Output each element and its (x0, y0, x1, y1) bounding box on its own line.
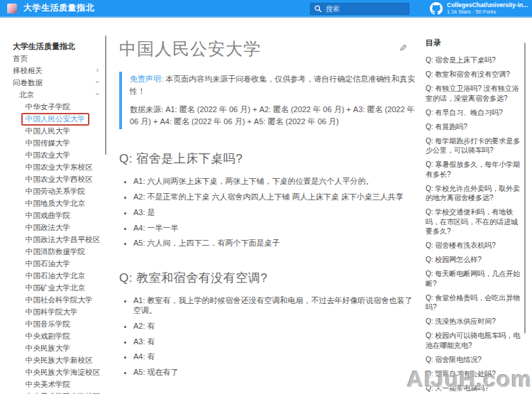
sidebar-item[interactable]: 中国戏曲学院 (0, 209, 105, 221)
sidebar-item-label: 问卷数据 (13, 78, 43, 88)
sidebar-item[interactable]: 问卷数据› (0, 77, 105, 89)
app-window: 大学生活质量指北 CollegesChat/university-in... 1… (0, 0, 532, 394)
sidebar-item[interactable]: 中国石油大学北京 (0, 270, 105, 282)
sidebar-item-label: 首页 (13, 54, 28, 64)
sidebar-item-label: 中央美术学院 (26, 380, 70, 390)
toc-item[interactable]: Q: 宿舍是上床下桌吗? (426, 55, 522, 65)
toc-item[interactable]: Q: 校园内可以骑电瓶车吗，电池在哪能充电? (426, 331, 522, 350)
disclaimer-label: 免责声明: (130, 75, 163, 83)
sidebar-item[interactable]: 首页 (0, 53, 105, 65)
sidebar-item-label: 中央戏剧学院 (26, 332, 70, 341)
qa-question-heading: Q: 宿舍是上床下桌吗? (119, 151, 420, 167)
sidebar-item[interactable]: 中央民族大学海淀校区 (0, 366, 105, 378)
search-input[interactable] (326, 5, 404, 13)
qa-section: Q: 宿舍是上床下桌吗?A1: 六人间两张上床下桌，两张上下铺，下桌的位置是六个… (119, 151, 420, 248)
left-sidebar: 大学生活质量指北 首页择校相关›问卷数据›北京›中华女子学院中国人民公安大学中国… (0, 19, 105, 394)
toc-item[interactable]: Q: 校园网怎么样? (426, 255, 522, 265)
qa-answer: A1: 教室有，我上学的时候宿舍还没有空调和电扇，不过去年好像听说宿舍也装了空调… (133, 295, 420, 316)
sidebar-item[interactable]: 中国人民大学 (0, 125, 105, 137)
sidebar-item[interactable]: 中国石油大学 (0, 258, 105, 270)
toc-item[interactable]: Q: 学校允许点外卖吗，取外卖的地方离宿舍楼多远? (426, 184, 522, 203)
page-scrollbar[interactable] (524, 43, 526, 334)
toc-item[interactable]: Q: 洗澡热水供应时间? (426, 317, 522, 327)
sidebar-item[interactable]: 中央民族大学 (0, 342, 105, 354)
toc-item[interactable]: Q: 每天断电断网吗，几点开始断? (426, 269, 522, 288)
sidebar-item[interactable]: 中国农业大学东校区 (0, 161, 105, 173)
sidebar-item[interactable]: 中国农业大学 (0, 149, 105, 161)
sidebar-item-label: 中华女子学院 (26, 102, 70, 112)
sidebar-item[interactable]: 中国劳动关系学院 (0, 185, 105, 197)
toc-item[interactable]: Q: 食堂价格贵吗，会吃出异物吗? (426, 293, 522, 312)
github-repo-name: CollegesChat/university-in... (447, 1, 528, 9)
sidebar-item-label: 中国消防救援学院 (26, 247, 85, 257)
sidebar-item-label: 中国传媒大学 (26, 138, 70, 148)
toc-sidebar: 目录 Q: 宿舍是上床下桌吗?Q: 教室和宿舍有没有空调?Q: 有独立卫浴吗? … (426, 19, 522, 394)
sidebar-item[interactable]: 中央美术学院上海校区 (0, 390, 105, 394)
sidebar-item[interactable]: 北京› (0, 89, 105, 101)
sidebar-item[interactable]: 中央民族大学新校区 (0, 354, 105, 366)
sidebar-item-label: 择校相关 (13, 66, 43, 76)
datasource-label: 数据来源: (130, 105, 163, 114)
qa-answer: A2: 有 (133, 321, 420, 331)
sidebar-item-label: 中央民族大学海淀校区 (26, 368, 100, 378)
qa-answer: A5: 六人间，上四下二，有两个下面是桌子 (133, 238, 420, 248)
toc-item[interactable]: Q: 有晨跑吗? (426, 122, 522, 132)
edit-pencil-icon[interactable]: ✎ (399, 43, 407, 54)
main-content: 中国人民公安大学 ✎ 免责声明: 本页面内容均来源于问卷收集，仅供参考，请自行确… (113, 19, 420, 394)
toc-item[interactable]: Q: 教室和宿舍有没有空调? (426, 70, 522, 80)
sidebar-item[interactable]: 中国消防救援学院 (0, 246, 105, 258)
sidebar-item[interactable]: 中国传媒大学 (0, 137, 105, 149)
sidebar-item-label: 中国政法大学 (26, 223, 70, 233)
toc-item[interactable]: Q: 学校交通便利吗，有地铁吗，在市区吗，不在的话进城要多久? (426, 207, 522, 236)
sidebar-item-label: 中国劳动关系学院 (26, 187, 85, 197)
qa-answer: A5: 现在有了 (133, 367, 420, 377)
sidebar-item[interactable]: 中国音乐学院 (0, 318, 105, 330)
sidebar-item-label: 中央民族大学 (26, 344, 70, 354)
toc-item[interactable]: Q: 有早自习、晚自习吗? (426, 108, 522, 118)
sidebar-scrollbar[interactable] (105, 35, 106, 155)
sidebar-item[interactable]: 中国政法大学 (0, 221, 105, 234)
site-logo[interactable] (7, 4, 17, 13)
toc-item[interactable]: Q: 有独立卫浴吗? 没有独立浴室的话，澡堂离宿舍多远? (426, 84, 522, 103)
sidebar-item-label: 中国农业大学 (26, 151, 70, 160)
search-box[interactable] (310, 3, 409, 15)
sidebar-item[interactable]: 中央戏剧学院 (0, 330, 105, 342)
qa-section: Q: 教室和宿舍有没有空调?A1: 教室有，我上学的时候宿舍还没有空调和电扇，不… (119, 270, 420, 378)
sidebar-nav: 首页择校相关›问卷数据›北京›中华女子学院中国人民公安大学中国人民大学中国传媒大… (0, 53, 105, 394)
sidebar-item[interactable]: 择校相关› (0, 65, 105, 77)
sidebar-item[interactable]: 中国矿业大学北京 (0, 282, 105, 294)
site-title[interactable]: 大学生活质量指北 (23, 2, 94, 14)
toc-item[interactable]: Q: 宿舍楼有洗衣机吗? (426, 241, 522, 251)
sidebar-root-title[interactable]: 大学生活质量指北 (0, 40, 105, 53)
sidebar-item-label: 北京 (19, 90, 34, 100)
app-header: 大学生活质量指北 CollegesChat/university-in... 1… (0, 0, 532, 18)
sidebar-item[interactable]: 中国农业大学西校区 (0, 173, 105, 185)
toc-item[interactable]: Q: 宿舍限电情况? (426, 355, 522, 365)
toc-title: 目录 (426, 38, 522, 48)
sidebar-item-label: 中国农业大学东校区 (26, 163, 93, 173)
sidebar-item[interactable]: 中国科学院大学 (0, 306, 105, 318)
sidebar-item-label: 中国地质大学北京 (26, 199, 85, 209)
sidebar-item[interactable]: 中国人民公安大学 (0, 113, 105, 125)
search-icon (314, 3, 322, 16)
toc-item[interactable]: Q: 每学期跑步打卡的要求是多少公里，可以骑车吗? (426, 136, 522, 155)
disclaimer-box: 免责声明: 本页面内容均来源于问卷收集，仅供参考，请自行确定信息准确性和真实性！… (119, 72, 420, 129)
sidebar-item[interactable]: 中华女子学院 (0, 101, 105, 113)
github-corner-link[interactable]: CollegesChat/university-in... 1.1k Stars… (430, 1, 528, 15)
sidebar-item-label: 中国矿业大学北京 (26, 283, 85, 293)
qa-answer: A4: 有 (133, 351, 420, 361)
chevron-down-icon: › (94, 81, 101, 83)
sidebar-item-label: 中央美术学院上海校区 (26, 392, 100, 394)
sidebar-item[interactable]: 中国政法大学昌平校区 (0, 234, 105, 246)
toc-item[interactable]: Q: 寒暑假放多久，每年小学期有多长? (426, 160, 522, 179)
sidebar-item[interactable]: 中国社会科学院大学 (0, 294, 105, 306)
chevron-right-icon: › (96, 66, 99, 74)
sidebar-item-label: 中国音乐学院 (26, 319, 70, 329)
toc-list: Q: 宿舍是上床下桌吗?Q: 教室和宿舍有没有空调?Q: 有独立卫浴吗? 没有独… (426, 55, 522, 394)
sidebar-item-label: 中国政法大学昌平校区 (26, 235, 100, 245)
sidebar-item-label: 中国科学院大学 (26, 307, 78, 317)
qa-answer: A4: 一半一半 (133, 223, 420, 233)
sidebar-item[interactable]: 中国地质大学北京 (0, 197, 105, 209)
disclaimer-text: 本页面内容均来源于问卷收集，仅供参考，请自行确定信息准确性和真实性！ (130, 75, 415, 95)
sidebar-item[interactable]: 中央美术学院 (0, 378, 105, 390)
